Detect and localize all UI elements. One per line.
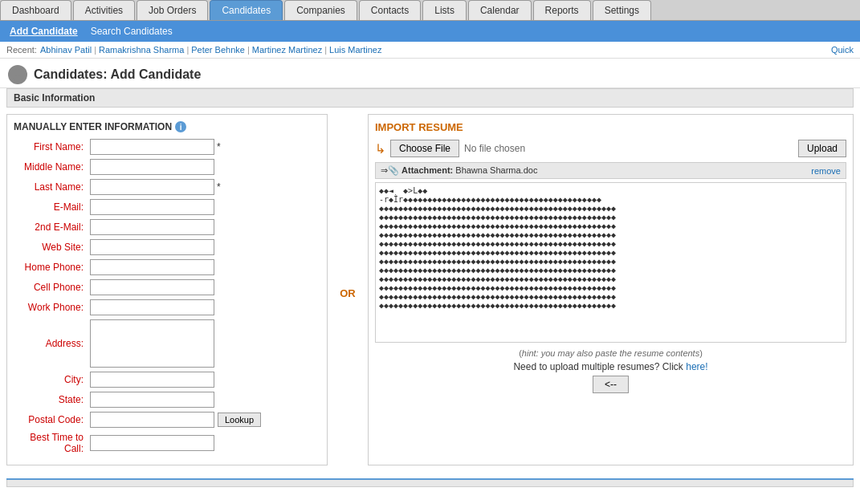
panel-title-text: MANUALLY ENTER INFORMATION xyxy=(14,121,172,132)
attachment-text: ⇒📎 Attachment: Bhawna Sharma.doc xyxy=(381,165,537,176)
page-title: Candidates: Add Candidate xyxy=(34,67,201,82)
recent-label: Recent: xyxy=(6,45,37,55)
subnav-link-add-candidate[interactable]: Add Candidate xyxy=(6,24,81,39)
page-title-area: Candidates: Add Candidate xyxy=(0,59,860,88)
form-row-email2: 2nd E-Mail: xyxy=(14,219,320,235)
recent-item[interactable]: Abhinav Patil xyxy=(40,45,92,55)
page-title-icon xyxy=(8,65,27,84)
main-content: MANUALLY ENTER INFORMATIONiFirst Name:*M… xyxy=(0,108,860,472)
separator: | xyxy=(324,45,327,55)
form-row-best-time: Best Time to Call: xyxy=(14,432,320,454)
required-star: * xyxy=(217,141,221,152)
top-nav: DashboardActivitiesJob OrdersCandidatesC… xyxy=(0,0,860,21)
input-first-name[interactable] xyxy=(90,139,214,155)
subnav-link-search-candidates[interactable]: Search Candidates xyxy=(88,24,176,39)
input-email[interactable] xyxy=(90,199,214,215)
input-email2[interactable] xyxy=(90,219,214,235)
form-label-middle-name: Middle Name: xyxy=(14,161,90,173)
nav-tab-lists[interactable]: Lists xyxy=(422,0,467,20)
form-label-postal-code: Postal Code: xyxy=(14,414,90,425)
input-work-phone[interactable] xyxy=(90,299,214,315)
choose-file-button[interactable]: Choose File xyxy=(390,140,459,157)
arrow-icon: ↳ xyxy=(375,141,385,156)
form-row-address: Address: xyxy=(14,319,320,368)
input-address[interactable] xyxy=(90,319,214,368)
input-state[interactable] xyxy=(90,392,214,408)
or-divider: OR xyxy=(336,114,360,465)
form-label-email: E-Mail: xyxy=(14,201,90,213)
panel-title: MANUALLY ENTER INFORMATIONi xyxy=(14,121,320,132)
form-label-last-name: Last Name: xyxy=(14,181,90,193)
nav-tab-candidates[interactable]: Candidates xyxy=(210,0,283,20)
input-cell-phone[interactable] xyxy=(90,279,214,295)
nav-tab-activities[interactable]: Activities xyxy=(73,0,135,20)
nav-tab-companies[interactable]: Companies xyxy=(284,0,357,20)
import-title: IMPORT RESUME xyxy=(375,121,846,133)
input-website[interactable] xyxy=(90,239,214,255)
recent-item[interactable]: Luis Martinez xyxy=(329,45,381,55)
nav-tab-settings[interactable]: Settings xyxy=(593,0,651,20)
form-row-home-phone: Home Phone: xyxy=(14,259,320,275)
form-label-address: Address: xyxy=(14,338,90,349)
form-label-email2: 2nd E-Mail: xyxy=(14,222,90,233)
form-label-first-name: First Name: xyxy=(14,141,90,152)
lookup-button[interactable]: Lookup xyxy=(218,413,261,427)
file-upload-row: ↳ Choose File No file chosen Upload xyxy=(375,140,846,157)
here-link[interactable]: here! xyxy=(686,361,707,372)
recent-item[interactable]: Ramakrishna Sharma xyxy=(99,45,184,55)
svg-point-1 xyxy=(13,76,22,81)
form-row-cell-phone: Cell Phone: xyxy=(14,279,320,295)
form-label-home-phone: Home Phone: xyxy=(14,262,90,273)
nav-tab-calendar[interactable]: Calendar xyxy=(468,0,532,20)
back-button[interactable]: <-- xyxy=(593,376,629,393)
recent-item[interactable]: Peter Behnke xyxy=(191,45,245,55)
separator: | xyxy=(247,45,250,55)
form-row-postal-code: Postal Code:Lookup xyxy=(14,412,320,428)
form-row-middle-name: Middle Name: xyxy=(14,159,320,175)
form-row-city: City: xyxy=(14,372,320,388)
form-row-work-phone: Work Phone: xyxy=(14,299,320,315)
nav-tab-reports[interactable]: Reports xyxy=(533,0,591,20)
hint-italic: hint: you may also paste the resume cont… xyxy=(522,348,699,358)
form-label-city: City: xyxy=(14,374,90,385)
eeo-section xyxy=(6,478,854,487)
form-label-cell-phone: Cell Phone: xyxy=(14,282,90,293)
upload-button[interactable]: Upload xyxy=(798,140,846,157)
required-star: * xyxy=(217,181,221,193)
input-best-time[interactable] xyxy=(90,435,214,451)
no-file-text: No file chosen xyxy=(464,143,525,154)
nav-tab-job-orders[interactable]: Job Orders xyxy=(137,0,208,20)
recent-bar: Recent:Abhinav Patil|Ramakrishna Sharma|… xyxy=(0,42,860,59)
form-label-state: State: xyxy=(14,394,90,405)
multiple-resume-text: Need to upload multiple resumes? Click h… xyxy=(375,361,846,372)
form-label-work-phone: Work Phone: xyxy=(14,302,90,313)
eeo-header xyxy=(6,480,854,487)
svg-point-0 xyxy=(14,69,21,75)
input-home-phone[interactable] xyxy=(90,259,214,275)
info-icon: i xyxy=(175,121,186,132)
input-postal-code[interactable] xyxy=(90,412,214,428)
nav-tab-dashboard[interactable]: Dashboard xyxy=(0,0,71,20)
right-panel: IMPORT RESUME ↳ Choose File No file chos… xyxy=(368,114,854,465)
input-last-name[interactable] xyxy=(90,179,214,195)
separator: | xyxy=(186,45,189,55)
form-row-last-name: Last Name:* xyxy=(14,179,320,195)
nav-tab-contacts[interactable]: Contacts xyxy=(359,0,421,20)
input-middle-name[interactable] xyxy=(90,159,214,175)
form-label-best-time: Best Time to Call: xyxy=(14,432,90,454)
form-row-first-name: First Name:* xyxy=(14,139,320,155)
attachment-bar: ⇒📎 Attachment: Bhawna Sharma.doc remove xyxy=(375,162,846,179)
sub-nav: Add CandidateSearch Candidates xyxy=(0,21,860,42)
quick-link: Quick xyxy=(831,45,854,55)
back-btn-row: <-- xyxy=(375,376,846,393)
input-city[interactable] xyxy=(90,372,214,388)
basic-info-header: Basic Information xyxy=(6,88,854,108)
form-row-state: State: xyxy=(14,392,320,408)
hint-text: (hint: you may also paste the resume con… xyxy=(375,348,846,358)
recent-item[interactable]: Martinez Martinez xyxy=(252,45,322,55)
resume-textarea[interactable] xyxy=(375,182,846,343)
remove-link[interactable]: remove xyxy=(811,166,841,176)
left-panel: MANUALLY ENTER INFORMATIONiFirst Name:*M… xyxy=(6,114,328,465)
attachment-icon: ⇒📎 xyxy=(381,165,399,175)
separator: | xyxy=(94,45,96,55)
